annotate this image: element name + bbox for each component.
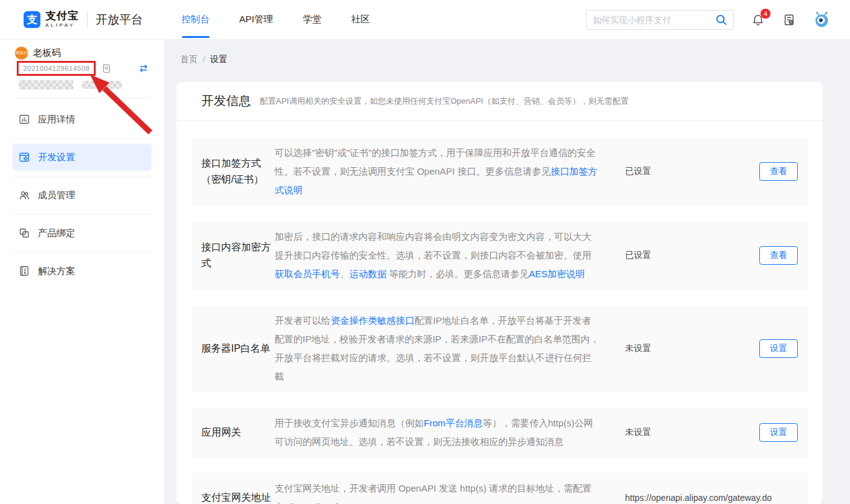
sidebar-item-label: 开发设置 [38,152,75,163]
dev-row-sign-method: 接口加签方式（密钥/证书）可以选择"密钥"或"证书"的接口加签方式，用于保障应用… [191,137,808,206]
status-badge: 已设置 [625,250,651,261]
nav-tab-console[interactable]: 控制台 [181,0,209,40]
row-label: 服务器IP白名单 [201,341,275,357]
search-icon[interactable] [715,14,727,25]
appid-annotation-box: 2021004129614508 [17,61,96,76]
search-box [586,10,734,30]
product-binding-icon [19,227,30,239]
status-badge: 未设置 [625,427,651,438]
sidebar-item-label: 应用详情 [38,114,75,126]
row-right: 未设置设置 [625,339,798,358]
description-text: 等能力时，必填。更多信息请参见 [386,268,529,279]
row-label-line: 支付宝网关地址 [201,490,275,504]
search-input[interactable] [593,15,715,25]
row-right: https://openapi.alipay.com/gateway.do [625,488,798,504]
inline-link[interactable]: 运动数据 [349,268,386,279]
status-badge: 未设置 [625,343,651,354]
menu-divider [12,176,152,176]
platform-title: 开放平台 [96,12,143,28]
header-right: 4 [586,10,830,30]
dev-rows: 接口加签方式（密钥/证书）可以选择"密钥"或"证书"的接口加签方式，用于保障应用… [176,121,823,504]
description-text: 用于接收支付宝异步通知消息（例如 [275,418,424,428]
notification-badge: 4 [761,9,770,19]
row-action-button[interactable]: 设置 [759,339,798,358]
sidebar-item-label: 解决方案 [38,265,75,277]
sidebar: 码支付 老板码 2021004129614508 应用详情 [0,40,164,504]
app-id: 2021004129614508 [23,65,89,72]
breadcrumb-home[interactable]: 首页 [180,54,198,65]
nav-tab-label: 学堂 [303,14,321,25]
row-action-button[interactable]: 查看 [759,246,798,265]
nav-tab-label: 社区 [351,14,370,25]
row-right: 已设置查看 [625,246,798,265]
members-icon [19,190,30,201]
notification-bell-icon[interactable]: 4 [751,13,765,27]
row-label-line: （密钥/证书） [201,172,275,188]
brand-block: 支付宝 ALIPAY [45,11,79,29]
description-text: 开发者可以给 [275,315,331,326]
top-nav: 控制台API管理学堂社区 [181,0,370,40]
sidebar-item-label: 产品绑定 [38,227,75,239]
app-detail-icon [19,114,30,125]
inline-link[interactable]: From平台消息 [424,418,483,428]
sidebar-item-solutions[interactable]: 解决方案 [12,257,152,285]
sidebar-item-product-binding[interactable]: 产品绑定 [12,219,152,247]
dev-row-app-gateway: 应用网关用于接收支付宝异步通知消息（例如From平台消息等），需要传入http(… [191,408,808,457]
status-badge: 已设置 [625,166,651,177]
breadcrumb-separator: / [203,55,205,65]
sidebar-item-label: 成员管理 [38,190,75,201]
inline-link[interactable]: 资金操作类敏感接口 [331,315,414,326]
sidebar-item-members[interactable]: 成员管理 [12,181,152,209]
row-right: 已设置查看 [625,162,798,181]
sidebar-item-dev-settings[interactable]: 开发设置 [12,144,152,171]
description-text: 可以选择"密钥"或"证书"的接口加签方式，用于保障应用和开放平台通信的安全性。若… [275,147,595,176]
menu-divider [12,252,152,252]
switch-app-icon[interactable] [138,63,149,74]
brand-name-cn: 支付宝 [45,11,79,21]
section-title: 开发信息 [201,93,251,109]
sidebar-item-app-detail[interactable]: 应用详情 [12,106,152,133]
inline-link[interactable]: AES加密说明 [529,268,585,279]
row-description: 开发者可以给资金操作类敏感接口配置IP地址白名单，开放平台将基于开发者配置的IP… [275,311,600,386]
row-action-button[interactable]: 查看 [759,162,798,181]
brand-name-en: ALIPAY [45,22,79,29]
gateway-url-value: https://openapi.alipay.com/gateway.do [625,493,772,503]
description-text: 、 [340,268,349,279]
nav-tab-label: API管理 [239,14,273,25]
ant-avatar-icon[interactable] [813,11,830,28]
breadcrumb: 首页 / 设置 [164,40,850,80]
app-info-block: 码支付 老板码 2021004129614508 [0,40,164,89]
section-header: 开发信息 配置API调用相关的安全设置，如您未使用任何支付宝OpenAPI（如支… [176,82,823,121]
description-text: 支付宝网关地址，开发者调用 OpenAPI 发送 http(s) 请求的目标地址… [275,483,592,504]
solutions-icon [19,265,30,277]
dev-info-card: 开发信息 配置API调用相关的安全设置，如您未使用任何支付宝OpenAPI（如支… [176,82,823,504]
nav-tab-api[interactable]: API管理 [239,0,273,40]
app-name: 老板码 [33,47,61,59]
row-description: 可以选择"密钥"或"证书"的接口加签方式，用于保障应用和开放平台通信的安全性。若… [275,144,600,199]
row-label: 支付宝网关地址 [201,490,275,504]
app-icon: 码支付 [15,47,28,60]
row-right: 未设置设置 [625,423,798,442]
document-check-icon[interactable] [782,13,796,27]
dev-settings-icon [19,152,30,163]
row-description: 用于接收支付宝异步通知消息（例如From平台消息等），需要传入http(s)公网… [275,414,600,451]
dev-row-ip-whitelist: 服务器IP白名单开发者可以给资金操作类敏感接口配置IP地址白名单，开放平台将基于… [191,305,808,392]
sidebar-menu: 应用详情开发设置成员管理产品绑定解决方案 [0,98,164,285]
row-label-line: 接口内容加密方式 [201,239,275,272]
row-action-button[interactable]: 设置 [759,423,798,442]
nav-tab-label: 控制台 [181,14,209,25]
nav-tab-community[interactable]: 社区 [351,0,370,40]
header-logo-divider [87,12,88,28]
menu-divider [12,138,152,139]
nav-tab-academy[interactable]: 学堂 [303,0,321,40]
row-description: 加密后，接口的请求内容和响应内容将会由明文内容变为密文内容，可以大大提升接口内容… [275,227,600,283]
top-header: 支 支付宝 ALIPAY 开放平台 控制台API管理学堂社区 4 [0,0,850,40]
row-label-line: 接口加签方式 [201,155,275,172]
row-label-line: 应用网关 [201,424,275,441]
redacted-text [19,80,149,89]
inline-link[interactable]: 获取会员手机号 [275,268,340,279]
breadcrumb-current: 设置 [210,54,227,65]
alipay-logo-icon: 支 [24,11,40,28]
copy-icon[interactable] [101,63,112,74]
row-label: 接口内容加密方式 [201,239,275,272]
